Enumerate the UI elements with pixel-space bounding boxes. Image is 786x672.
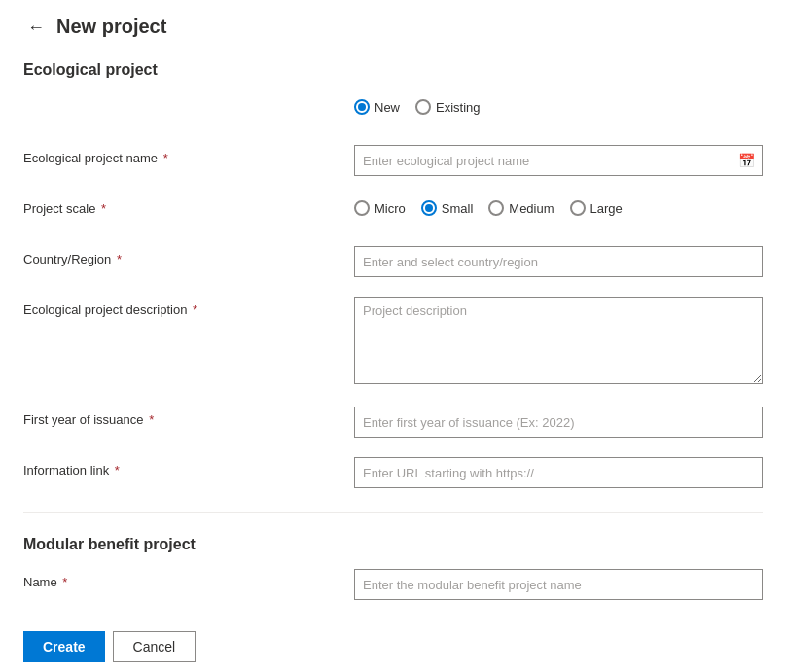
modular-section-title: Modular benefit project: [23, 536, 763, 553]
radio-circle-small: [421, 200, 437, 216]
country-region-input[interactable]: [354, 246, 763, 277]
new-existing-label: [23, 94, 354, 100]
ecological-section-title: Ecological project: [23, 61, 763, 79]
radio-small-label: Small: [442, 201, 474, 216]
eco-name-wrap: 📅: [354, 145, 763, 176]
country-region-row: Country/Region *: [23, 246, 763, 277]
project-scale-row: Project scale * Micro Small Medium: [23, 195, 763, 227]
create-button[interactable]: Create: [23, 631, 105, 662]
required-star-desc: *: [189, 302, 197, 317]
eco-name-row: Ecological project name * 📅: [23, 145, 763, 176]
radio-circle-existing: [415, 99, 431, 115]
ecological-section: Ecological project New Existing: [23, 61, 763, 488]
radio-small[interactable]: Small: [421, 200, 474, 216]
required-star-scale: *: [97, 201, 106, 216]
section-divider: [23, 512, 763, 513]
new-existing-row: New Existing: [23, 94, 763, 125]
radio-large-label: Large: [590, 201, 623, 216]
modular-name-input[interactable]: [354, 569, 763, 600]
calendar-icon: 📅: [738, 153, 755, 168]
modular-name-row: Name *: [23, 569, 763, 600]
page-container: ← New project Ecological project New Exi…: [0, 0, 786, 672]
cancel-button[interactable]: Cancel: [113, 631, 196, 662]
first-year-wrap: [354, 407, 763, 438]
back-button[interactable]: ←: [23, 17, 49, 38]
first-year-row: First year of issuance *: [23, 407, 763, 438]
eco-name-label: Ecological project name *: [23, 145, 354, 165]
page-title: New project: [56, 16, 166, 38]
country-region-wrap: [354, 246, 763, 277]
radio-micro-label: Micro: [375, 201, 406, 216]
first-year-label: First year of issuance *: [23, 407, 354, 427]
info-link-input[interactable]: [354, 457, 763, 488]
radio-circle-micro: [354, 200, 370, 216]
page-header: ← New project: [23, 16, 763, 38]
radio-micro[interactable]: Micro: [354, 200, 406, 216]
eco-description-textarea[interactable]: [354, 297, 763, 384]
radio-existing-label: Existing: [436, 100, 481, 115]
first-year-input[interactable]: [354, 407, 763, 438]
radio-new[interactable]: New: [354, 99, 400, 115]
radio-new-label: New: [375, 100, 400, 115]
new-existing-radios: New Existing: [354, 94, 763, 115]
project-scale-radios: Micro Small Medium Large: [354, 195, 763, 216]
radio-circle-medium: [488, 200, 504, 216]
eco-description-label: Ecological project description *: [23, 297, 354, 317]
modular-section: Modular benefit project Name *: [23, 536, 763, 600]
info-link-wrap: [354, 457, 763, 488]
required-star-modular: *: [59, 575, 68, 589]
info-link-row: Information link *: [23, 457, 763, 488]
radio-circle-large: [570, 200, 586, 216]
radio-large[interactable]: Large: [570, 200, 623, 216]
project-scale-label: Project scale *: [23, 195, 354, 216]
info-link-label: Information link *: [23, 457, 354, 477]
eco-description-wrap: [354, 297, 763, 387]
required-star: *: [160, 151, 168, 165]
radio-medium[interactable]: Medium: [488, 200, 554, 216]
radio-medium-label: Medium: [509, 201, 554, 216]
radio-existing[interactable]: Existing: [415, 99, 481, 115]
required-star-year: *: [146, 412, 155, 427]
modular-name-wrap: [354, 569, 763, 600]
modular-name-label: Name *: [23, 569, 354, 589]
required-star-country: *: [113, 252, 122, 266]
country-region-label: Country/Region *: [23, 246, 354, 266]
button-row: Create Cancel: [23, 631, 763, 662]
required-star-link: *: [111, 463, 120, 477]
radio-circle-new: [354, 99, 370, 115]
eco-name-input[interactable]: [354, 145, 763, 176]
eco-description-row: Ecological project description *: [23, 297, 763, 387]
